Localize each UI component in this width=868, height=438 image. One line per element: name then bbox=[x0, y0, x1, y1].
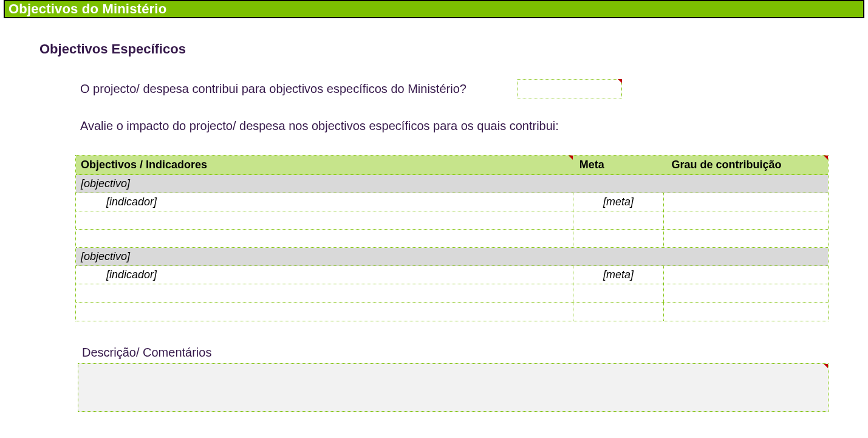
section-banner: Objectivos do Ministério bbox=[4, 0, 864, 18]
meta-cell bbox=[573, 284, 665, 302]
objectives-table: Objectivos / Indicadores Meta Grau de co… bbox=[75, 155, 829, 321]
comment-marker-icon bbox=[824, 364, 828, 368]
comment-marker-icon bbox=[618, 79, 622, 83]
grau-cell[interactable] bbox=[664, 211, 828, 229]
question-text: O projecto/ despesa contribui para objec… bbox=[80, 82, 505, 96]
indicator-row[interactable] bbox=[76, 284, 828, 303]
indicator-cell bbox=[76, 230, 573, 247]
indicator-cell bbox=[76, 284, 573, 302]
description-label: Descrição/ Comentários bbox=[82, 346, 868, 360]
section-subtitle: Objectivos Específicos bbox=[39, 41, 868, 57]
grau-cell[interactable] bbox=[664, 266, 828, 284]
objective-group-row[interactable]: [objectivo] bbox=[76, 175, 828, 193]
indicator-cell: [indicador] bbox=[76, 193, 573, 211]
meta-cell: [meta] bbox=[573, 193, 665, 211]
question-input[interactable] bbox=[518, 79, 622, 98]
instruction-text: Avalie o impacto do projecto/ despesa no… bbox=[80, 119, 868, 133]
indicator-cell: [indicador] bbox=[76, 266, 573, 284]
col-header-objectives: Objectivos / Indicadores bbox=[76, 159, 573, 171]
meta-cell: [meta] bbox=[573, 266, 665, 284]
table-header-row: Objectivos / Indicadores Meta Grau de co… bbox=[76, 156, 828, 175]
indicator-cell bbox=[76, 303, 573, 321]
grau-cell[interactable] bbox=[664, 284, 828, 302]
col-header-meta: Meta bbox=[573, 159, 665, 171]
description-input[interactable] bbox=[78, 363, 829, 412]
question-row: O projecto/ despesa contribui para objec… bbox=[80, 79, 868, 98]
indicator-row[interactable]: [indicador] [meta] bbox=[76, 266, 828, 284]
indicator-cell bbox=[76, 211, 573, 229]
indicator-row[interactable] bbox=[76, 230, 828, 248]
meta-cell bbox=[573, 230, 665, 247]
objective-label: [objectivo] bbox=[81, 177, 130, 190]
indicator-row[interactable]: [indicador] [meta] bbox=[76, 193, 828, 211]
grau-cell[interactable] bbox=[664, 193, 828, 211]
objective-label: [objectivo] bbox=[81, 250, 130, 263]
meta-cell bbox=[573, 211, 665, 229]
indicator-row[interactable] bbox=[76, 303, 828, 321]
banner-title: Objectivos do Ministério bbox=[9, 1, 166, 17]
grau-cell[interactable] bbox=[664, 230, 828, 247]
comment-marker-icon bbox=[824, 156, 828, 160]
grau-cell[interactable] bbox=[664, 303, 828, 321]
indicator-row[interactable] bbox=[76, 211, 828, 230]
meta-cell bbox=[573, 303, 665, 321]
col-header-grau: Grau de contribuição bbox=[664, 159, 828, 171]
objective-group-row[interactable]: [objectivo] bbox=[76, 248, 828, 266]
comment-marker-icon bbox=[569, 156, 573, 160]
